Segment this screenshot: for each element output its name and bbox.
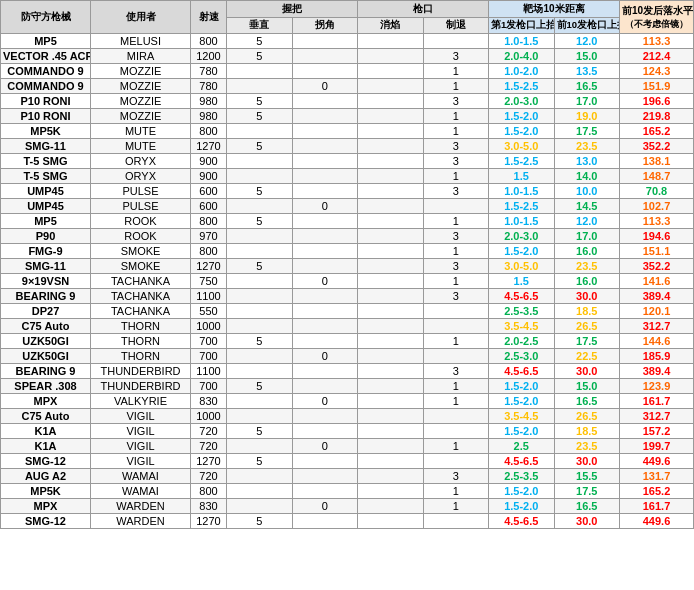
cell-suppress	[423, 319, 489, 334]
cell-suppress	[423, 454, 489, 469]
table-row: C75 Auto VIGIL 1000 3.5-4.5 26.5 312.7	[1, 409, 694, 424]
cell-grip-v	[227, 79, 293, 94]
data-table: 防守方枪械 使用者 射速 握把 枪口 靶场10米距离 前10发后落水平 （不考虑…	[0, 0, 694, 529]
cell-grip-a	[292, 469, 358, 484]
cell-barrel	[358, 334, 424, 349]
cell-suppress: 1	[423, 484, 489, 499]
cell-barrel	[358, 394, 424, 409]
cell-weapon: 9×19VSN	[1, 274, 91, 289]
cell-suppress: 1	[423, 244, 489, 259]
cell-grip-v: 5	[227, 334, 293, 349]
cell-grip-v	[227, 289, 293, 304]
cell-suppress: 3	[423, 49, 489, 64]
table-row: COMMANDO 9 MOZZIE 780 0 1 1.5-2.5 16.5 1…	[1, 79, 694, 94]
cell-barrel	[358, 199, 424, 214]
cell-first: 2.5	[489, 439, 555, 454]
cell-user: THUNDERBIRD	[91, 379, 191, 394]
table-row: MP5 ROOK 800 5 1 1.0-1.5 12.0 113.3	[1, 214, 694, 229]
cell-grip-v	[227, 64, 293, 79]
cell-first: 3.0-5.0	[489, 139, 555, 154]
cell-user: MOZZIE	[91, 94, 191, 109]
table-row: SMG-12 WARDEN 1270 5 4.5-6.5 30.0 449.6	[1, 514, 694, 529]
cell-first: 1.5-2.0	[489, 499, 555, 514]
cell-grip-v: 5	[227, 454, 293, 469]
header-row-1: 防守方枪械 使用者 射速 握把 枪口 靶场10米距离 前10发后落水平 （不考虑…	[1, 1, 694, 18]
cell-ten: 30.0	[554, 514, 620, 529]
cell-speed: 600	[191, 199, 227, 214]
cell-first: 2.5-3.5	[489, 469, 555, 484]
cell-suppress: 1	[423, 334, 489, 349]
table-row: COMMANDO 9 MOZZIE 780 1 1.0-2.0 13.5 124…	[1, 64, 694, 79]
cell-grip-a: 0	[292, 199, 358, 214]
cell-ten: 30.0	[554, 364, 620, 379]
cell-barrel	[358, 229, 424, 244]
table-row: T-5 SMG ORYX 900 3 1.5-2.5 13.0 138.1	[1, 154, 694, 169]
cell-speed: 1100	[191, 289, 227, 304]
cell-weapon: SPEAR .308	[1, 379, 91, 394]
cell-first: 2.5-3.0	[489, 349, 555, 364]
cell-user: ROOK	[91, 229, 191, 244]
cell-user: WARDEN	[91, 514, 191, 529]
cell-weapon: UMP45	[1, 184, 91, 199]
cell-ten: 15.0	[554, 379, 620, 394]
cell-grip-v	[227, 439, 293, 454]
cell-weapon: MP5K	[1, 124, 91, 139]
cell-speed: 1270	[191, 454, 227, 469]
table-row: SMG-11 SMOKE 1270 5 3 3.0-5.0 23.5 352.2	[1, 259, 694, 274]
cell-grip-v	[227, 349, 293, 364]
cell-weapon: T-5 SMG	[1, 169, 91, 184]
cell-grip-v	[227, 229, 293, 244]
cell-suppress: 1	[423, 379, 489, 394]
cell-user: MIRA	[91, 49, 191, 64]
cell-score: 151.9	[620, 79, 694, 94]
cell-suppress: 3	[423, 139, 489, 154]
table-row: UMP45 PULSE 600 5 3 1.0-1.5 10.0 70.8	[1, 184, 694, 199]
table-row: MP5 MELUSI 800 5 1.0-1.5 12.0 113.3	[1, 34, 694, 49]
table-row: C75 Auto THORN 1000 3.5-4.5 26.5 312.7	[1, 319, 694, 334]
cell-grip-a	[292, 484, 358, 499]
cell-barrel	[358, 454, 424, 469]
cell-ten: 14.5	[554, 199, 620, 214]
table-row: P10 RONI MOZZIE 980 5 3 2.0-3.0 17.0 196…	[1, 94, 694, 109]
cell-ten: 23.5	[554, 139, 620, 154]
cell-ten: 23.5	[554, 439, 620, 454]
cell-user: TACHANKA	[91, 304, 191, 319]
cell-ten: 17.5	[554, 124, 620, 139]
cell-weapon: BEARING 9	[1, 289, 91, 304]
cell-score: 219.8	[620, 109, 694, 124]
cell-barrel	[358, 379, 424, 394]
col-barrel-b-header: 消焰	[358, 18, 424, 34]
cell-speed: 1200	[191, 49, 227, 64]
cell-suppress: 3	[423, 259, 489, 274]
cell-speed: 700	[191, 379, 227, 394]
cell-grip-v	[227, 154, 293, 169]
table-row: BEARING 9 TACHANKA 1100 3 4.5-6.5 30.0 3…	[1, 289, 694, 304]
cell-first: 1.0-2.0	[489, 64, 555, 79]
cell-score: 161.7	[620, 394, 694, 409]
cell-grip-v	[227, 394, 293, 409]
cell-first: 1.5	[489, 274, 555, 289]
cell-barrel	[358, 289, 424, 304]
cell-user: VIGIL	[91, 439, 191, 454]
cell-speed: 1270	[191, 514, 227, 529]
cell-user: ORYX	[91, 154, 191, 169]
cell-user: MUTE	[91, 139, 191, 154]
table-row: AUG A2 WAMAI 720 3 2.5-3.5 15.5 131.7	[1, 469, 694, 484]
cell-barrel	[358, 409, 424, 424]
cell-user: MOZZIE	[91, 64, 191, 79]
cell-grip-v: 5	[227, 214, 293, 229]
cell-grip-v	[227, 319, 293, 334]
col-range-header: 靶场10米距离	[489, 1, 620, 18]
cell-grip-v	[227, 199, 293, 214]
cell-first: 2.0-3.0	[489, 229, 555, 244]
table-row: MP5K MUTE 800 1 1.5-2.0 17.5 165.2	[1, 124, 694, 139]
cell-score: 70.8	[620, 184, 694, 199]
cell-score: 165.2	[620, 124, 694, 139]
col-barrel-header: 枪口	[358, 1, 489, 18]
cell-score: 157.2	[620, 424, 694, 439]
cell-grip-a	[292, 34, 358, 49]
cell-suppress: 1	[423, 439, 489, 454]
cell-suppress: 1	[423, 214, 489, 229]
cell-speed: 720	[191, 439, 227, 454]
cell-score: 199.7	[620, 439, 694, 454]
